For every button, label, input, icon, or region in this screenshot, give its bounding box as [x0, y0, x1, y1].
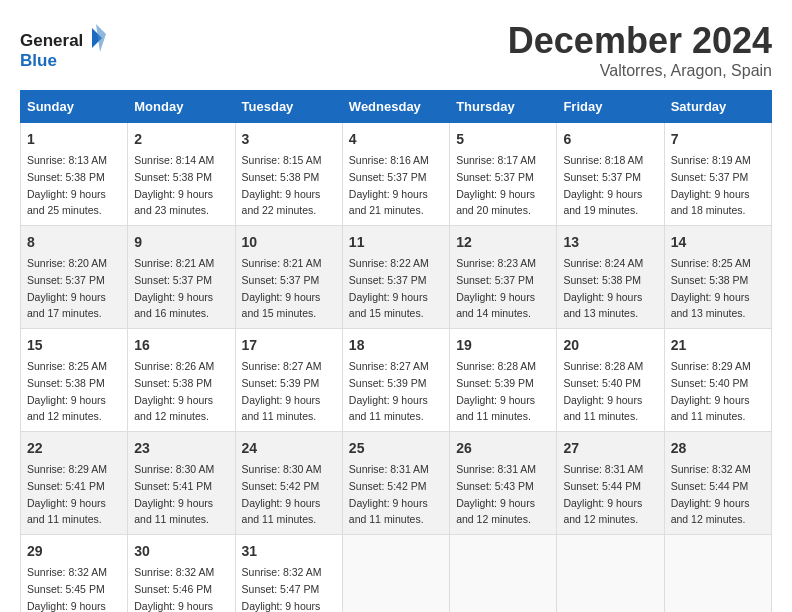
day-number: 13 — [563, 232, 657, 253]
calendar-cell: 2Sunrise: 8:14 AMSunset: 5:38 PMDaylight… — [128, 123, 235, 226]
calendar-week-row: 8Sunrise: 8:20 AMSunset: 5:37 PMDaylight… — [21, 226, 772, 329]
day-number: 31 — [242, 541, 336, 562]
calendar-cell — [557, 535, 664, 613]
title-block: December 2024 Valtorres, Aragon, Spain — [508, 20, 772, 80]
calendar-cell: 10Sunrise: 8:21 AMSunset: 5:37 PMDayligh… — [235, 226, 342, 329]
calendar-cell: 15Sunrise: 8:25 AMSunset: 5:38 PMDayligh… — [21, 329, 128, 432]
calendar-cell: 23Sunrise: 8:30 AMSunset: 5:41 PMDayligh… — [128, 432, 235, 535]
calendar-cell: 21Sunrise: 8:29 AMSunset: 5:40 PMDayligh… — [664, 329, 771, 432]
calendar-cell: 9Sunrise: 8:21 AMSunset: 5:37 PMDaylight… — [128, 226, 235, 329]
calendar-week-row: 15Sunrise: 8:25 AMSunset: 5:38 PMDayligh… — [21, 329, 772, 432]
calendar-cell: 24Sunrise: 8:30 AMSunset: 5:42 PMDayligh… — [235, 432, 342, 535]
day-number: 22 — [27, 438, 121, 459]
day-info: Sunrise: 8:31 AMSunset: 5:44 PMDaylight:… — [563, 463, 643, 525]
calendar-cell: 25Sunrise: 8:31 AMSunset: 5:42 PMDayligh… — [342, 432, 449, 535]
calendar-cell: 8Sunrise: 8:20 AMSunset: 5:37 PMDaylight… — [21, 226, 128, 329]
svg-text:General: General — [20, 31, 83, 50]
calendar-cell: 26Sunrise: 8:31 AMSunset: 5:43 PMDayligh… — [450, 432, 557, 535]
day-number: 24 — [242, 438, 336, 459]
calendar-cell: 30Sunrise: 8:32 AMSunset: 5:46 PMDayligh… — [128, 535, 235, 613]
day-info: Sunrise: 8:26 AMSunset: 5:38 PMDaylight:… — [134, 360, 214, 422]
calendar-cell: 12Sunrise: 8:23 AMSunset: 5:37 PMDayligh… — [450, 226, 557, 329]
day-info: Sunrise: 8:29 AMSunset: 5:40 PMDaylight:… — [671, 360, 751, 422]
day-info: Sunrise: 8:21 AMSunset: 5:37 PMDaylight:… — [242, 257, 322, 319]
day-number: 27 — [563, 438, 657, 459]
day-info: Sunrise: 8:25 AMSunset: 5:38 PMDaylight:… — [27, 360, 107, 422]
calendar-cell: 19Sunrise: 8:28 AMSunset: 5:39 PMDayligh… — [450, 329, 557, 432]
calendar-cell — [664, 535, 771, 613]
header-sunday: Sunday — [21, 91, 128, 123]
header-saturday: Saturday — [664, 91, 771, 123]
day-info: Sunrise: 8:30 AMSunset: 5:41 PMDaylight:… — [134, 463, 214, 525]
calendar-cell: 27Sunrise: 8:31 AMSunset: 5:44 PMDayligh… — [557, 432, 664, 535]
calendar-cell: 31Sunrise: 8:32 AMSunset: 5:47 PMDayligh… — [235, 535, 342, 613]
day-number: 7 — [671, 129, 765, 150]
day-number: 23 — [134, 438, 228, 459]
day-info: Sunrise: 8:16 AMSunset: 5:37 PMDaylight:… — [349, 154, 429, 216]
header-wednesday: Wednesday — [342, 91, 449, 123]
day-info: Sunrise: 8:20 AMSunset: 5:37 PMDaylight:… — [27, 257, 107, 319]
day-info: Sunrise: 8:27 AMSunset: 5:39 PMDaylight:… — [242, 360, 322, 422]
day-number: 25 — [349, 438, 443, 459]
day-info: Sunrise: 8:27 AMSunset: 5:39 PMDaylight:… — [349, 360, 429, 422]
calendar-header-row: SundayMondayTuesdayWednesdayThursdayFrid… — [21, 91, 772, 123]
calendar-week-row: 29Sunrise: 8:32 AMSunset: 5:45 PMDayligh… — [21, 535, 772, 613]
calendar-cell: 16Sunrise: 8:26 AMSunset: 5:38 PMDayligh… — [128, 329, 235, 432]
day-number: 2 — [134, 129, 228, 150]
calendar-cell: 11Sunrise: 8:22 AMSunset: 5:37 PMDayligh… — [342, 226, 449, 329]
month-title: December 2024 — [508, 20, 772, 62]
calendar-cell: 18Sunrise: 8:27 AMSunset: 5:39 PMDayligh… — [342, 329, 449, 432]
day-number: 30 — [134, 541, 228, 562]
day-info: Sunrise: 8:19 AMSunset: 5:37 PMDaylight:… — [671, 154, 751, 216]
day-number: 26 — [456, 438, 550, 459]
day-number: 17 — [242, 335, 336, 356]
calendar-cell: 7Sunrise: 8:19 AMSunset: 5:37 PMDaylight… — [664, 123, 771, 226]
day-number: 5 — [456, 129, 550, 150]
day-info: Sunrise: 8:23 AMSunset: 5:37 PMDaylight:… — [456, 257, 536, 319]
day-info: Sunrise: 8:21 AMSunset: 5:37 PMDaylight:… — [134, 257, 214, 319]
calendar-cell: 1Sunrise: 8:13 AMSunset: 5:38 PMDaylight… — [21, 123, 128, 226]
calendar-cell — [342, 535, 449, 613]
day-number: 6 — [563, 129, 657, 150]
day-number: 29 — [27, 541, 121, 562]
calendar-cell: 4Sunrise: 8:16 AMSunset: 5:37 PMDaylight… — [342, 123, 449, 226]
day-number: 28 — [671, 438, 765, 459]
header-tuesday: Tuesday — [235, 91, 342, 123]
day-info: Sunrise: 8:32 AMSunset: 5:44 PMDaylight:… — [671, 463, 751, 525]
day-info: Sunrise: 8:32 AMSunset: 5:45 PMDaylight:… — [27, 566, 107, 612]
day-info: Sunrise: 8:30 AMSunset: 5:42 PMDaylight:… — [242, 463, 322, 525]
header-monday: Monday — [128, 91, 235, 123]
calendar-table: SundayMondayTuesdayWednesdayThursdayFrid… — [20, 90, 772, 612]
calendar-cell: 28Sunrise: 8:32 AMSunset: 5:44 PMDayligh… — [664, 432, 771, 535]
day-info: Sunrise: 8:28 AMSunset: 5:40 PMDaylight:… — [563, 360, 643, 422]
calendar-cell: 14Sunrise: 8:25 AMSunset: 5:38 PMDayligh… — [664, 226, 771, 329]
day-number: 10 — [242, 232, 336, 253]
day-info: Sunrise: 8:15 AMSunset: 5:38 PMDaylight:… — [242, 154, 322, 216]
calendar-cell: 3Sunrise: 8:15 AMSunset: 5:38 PMDaylight… — [235, 123, 342, 226]
day-number: 18 — [349, 335, 443, 356]
calendar-cell: 5Sunrise: 8:17 AMSunset: 5:37 PMDaylight… — [450, 123, 557, 226]
svg-text:Blue: Blue — [20, 51, 57, 70]
day-number: 16 — [134, 335, 228, 356]
header-friday: Friday — [557, 91, 664, 123]
calendar-cell: 13Sunrise: 8:24 AMSunset: 5:38 PMDayligh… — [557, 226, 664, 329]
day-info: Sunrise: 8:25 AMSunset: 5:38 PMDaylight:… — [671, 257, 751, 319]
day-info: Sunrise: 8:31 AMSunset: 5:43 PMDaylight:… — [456, 463, 536, 525]
day-number: 8 — [27, 232, 121, 253]
day-number: 21 — [671, 335, 765, 356]
day-number: 14 — [671, 232, 765, 253]
day-info: Sunrise: 8:17 AMSunset: 5:37 PMDaylight:… — [456, 154, 536, 216]
day-number: 12 — [456, 232, 550, 253]
day-info: Sunrise: 8:29 AMSunset: 5:41 PMDaylight:… — [27, 463, 107, 525]
day-number: 11 — [349, 232, 443, 253]
day-number: 1 — [27, 129, 121, 150]
calendar-cell: 20Sunrise: 8:28 AMSunset: 5:40 PMDayligh… — [557, 329, 664, 432]
day-info: Sunrise: 8:22 AMSunset: 5:37 PMDaylight:… — [349, 257, 429, 319]
day-number: 4 — [349, 129, 443, 150]
day-info: Sunrise: 8:28 AMSunset: 5:39 PMDaylight:… — [456, 360, 536, 422]
day-number: 9 — [134, 232, 228, 253]
calendar-cell: 22Sunrise: 8:29 AMSunset: 5:41 PMDayligh… — [21, 432, 128, 535]
calendar-week-row: 1Sunrise: 8:13 AMSunset: 5:38 PMDaylight… — [21, 123, 772, 226]
day-info: Sunrise: 8:32 AMSunset: 5:46 PMDaylight:… — [134, 566, 214, 612]
calendar-cell — [450, 535, 557, 613]
